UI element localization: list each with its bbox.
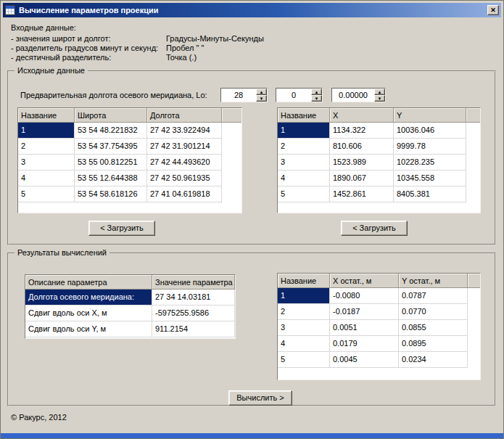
spin-up-icon: ▲ [260, 90, 264, 94]
table-cell[interactable]: 4 [278, 336, 330, 352]
meridian-seconds-input[interactable] [332, 89, 374, 102]
table-cell[interactable]: 5 [278, 352, 330, 368]
group-source-title: Исходные данные [15, 66, 88, 75]
table-cell[interactable]: 10228.235 [394, 155, 466, 171]
spin-down-button[interactable]: ▼ [374, 95, 385, 102]
table-row: 2810.6069999.78 [278, 139, 480, 155]
cell-filler [468, 304, 480, 320]
column-header[interactable]: Широта [75, 108, 147, 123]
cell-filler [222, 171, 241, 186]
app-icon[interactable] [5, 5, 15, 15]
column-header[interactable]: X остат., м [330, 274, 399, 288]
table-cell[interactable]: 10345.558 [394, 171, 466, 186]
table-cell[interactable]: 8405.381 [394, 186, 466, 202]
table-row: 353 55 00.81225127 42 44.493620 [18, 155, 241, 171]
table-cell[interactable]: 27 42 44.493620 [147, 155, 222, 171]
table-cell[interactable]: 1 [278, 288, 330, 304]
load-geo-button[interactable]: < Загрузить [88, 221, 155, 236]
table-cell[interactable]: 27 34 14.03181 [152, 290, 235, 305]
table-cell[interactable]: 53 54 48.221832 [75, 123, 147, 139]
header-row: НазваниеШиротаДолгота [18, 108, 241, 123]
column-header[interactable]: Y [394, 108, 466, 123]
table-cell[interactable]: Сдвиг вдоль оси Y, м [25, 321, 152, 337]
meridian-degrees-spinner: ▲ ▼ [220, 88, 268, 102]
table-cell[interactable]: -5975255.9586 [152, 305, 235, 321]
residuals-table: НазваниеX остат., мY остат., м1-0.00800.… [278, 274, 480, 368]
close-icon: ✕ [490, 7, 496, 14]
table-cell[interactable]: 9999.78 [394, 139, 466, 155]
table-cell[interactable]: 0.0855 [399, 320, 468, 336]
table-cell[interactable]: 0.0234 [399, 352, 468, 368]
table-cell[interactable]: 3 [18, 155, 75, 171]
cell-filler [468, 352, 480, 368]
column-header[interactable]: Значение параметра [152, 275, 235, 290]
table-cell[interactable]: 27 42 31.901214 [147, 139, 222, 155]
table-cell[interactable]: 1 [18, 123, 75, 139]
spin-up-button[interactable]: ▲ [374, 89, 385, 95]
table-cell[interactable]: Долгота осевого меридиана: [25, 290, 152, 305]
table-row: 153 54 48.22183227 42 33.922494 [18, 123, 241, 139]
table-cell[interactable]: 1134.322 [330, 123, 394, 139]
intro-label-decimal: - десятичный разделитель: [11, 53, 166, 62]
table-cell[interactable]: 3 [278, 320, 330, 336]
spin-up-button[interactable]: ▲ [311, 89, 322, 95]
table-cell[interactable]: 10036.046 [394, 123, 466, 139]
column-header[interactable]: Y остат., м [399, 274, 468, 288]
column-header[interactable]: Название [278, 274, 330, 288]
table-cell[interactable]: -0.0080 [330, 288, 399, 304]
table-cell[interactable]: 53 54 37.754395 [75, 139, 147, 155]
table-cell[interactable]: 0.0051 [330, 320, 399, 336]
meridian-minutes-input[interactable] [276, 89, 311, 102]
table-cell[interactable]: 4 [18, 171, 75, 186]
table-cell[interactable]: 27 42 33.922494 [147, 123, 222, 139]
column-header[interactable]: Описание параметра [25, 275, 152, 290]
table-cell[interactable]: 1 [278, 123, 330, 139]
close-button[interactable]: ✕ [487, 5, 499, 15]
title-bar[interactable]: Вычисление параметров проекции ✕ [3, 3, 501, 17]
table-cell[interactable]: 911.2154 [152, 321, 235, 337]
cell-filler [468, 336, 480, 352]
table-cell[interactable]: 2 [18, 139, 75, 155]
table-cell[interactable]: 27 42 50.961935 [147, 171, 222, 186]
intro-value-separator: Пробел " " [166, 44, 204, 53]
table-cell[interactable]: 4 [278, 171, 330, 186]
table-cell[interactable]: 1890.067 [330, 171, 394, 186]
table-cell[interactable]: 3 [278, 155, 330, 171]
table-cell[interactable]: 0.0770 [399, 304, 468, 320]
table-cell[interactable]: Сдвиг вдоль оси X, м [25, 305, 152, 321]
load-xy-button[interactable]: < Загрузить [341, 221, 408, 236]
table-cell[interactable]: 5 [278, 186, 330, 202]
table-cell[interactable]: 0.0045 [330, 352, 399, 368]
table-cell[interactable]: 0.0179 [330, 336, 399, 352]
table-cell[interactable]: -0.0187 [330, 304, 399, 320]
table-row: 453 55 12.64438827 42 50.961935 [18, 171, 241, 186]
table-cell[interactable]: 0.0787 [399, 288, 468, 304]
spin-up-button[interactable]: ▲ [256, 89, 267, 95]
group-source-data: Исходные данные Предварительная долгота … [7, 70, 496, 245]
table-cell[interactable]: 2 [278, 304, 330, 320]
table-cell[interactable]: 2 [278, 139, 330, 155]
table-cell[interactable]: 1523.989 [330, 155, 394, 171]
meridian-degrees-input[interactable] [221, 89, 256, 102]
table-cell[interactable]: 27 41 04.619818 [147, 186, 222, 202]
spin-down-button[interactable]: ▼ [256, 95, 267, 102]
geo-table-container: НазваниеШиротаДолгота153 54 48.22183227 … [17, 107, 242, 213]
column-header[interactable]: Название [278, 108, 330, 123]
calculate-button[interactable]: Вычислить > [228, 390, 292, 406]
table-cell[interactable]: 5 [18, 186, 75, 202]
column-header[interactable]: Долгота [147, 108, 222, 123]
spin-down-button[interactable]: ▼ [311, 95, 322, 102]
cell-filler [222, 186, 241, 202]
column-header[interactable]: X [330, 108, 394, 123]
table-cell[interactable]: 810.606 [330, 139, 394, 155]
header-row: НазваниеX остат., мY остат., м [278, 274, 480, 288]
table-cell[interactable]: 53 55 00.812251 [75, 155, 147, 171]
bottom-edge [1, 433, 503, 438]
table-cell[interactable]: 0.0895 [399, 336, 468, 352]
cell-filler [466, 186, 480, 202]
column-header[interactable]: Название [18, 108, 75, 123]
table-cell[interactable]: 53 54 58.618126 [75, 186, 147, 202]
cell-filler [222, 123, 241, 139]
table-cell[interactable]: 1452.861 [330, 186, 394, 202]
table-cell[interactable]: 53 55 12.644388 [75, 171, 147, 186]
